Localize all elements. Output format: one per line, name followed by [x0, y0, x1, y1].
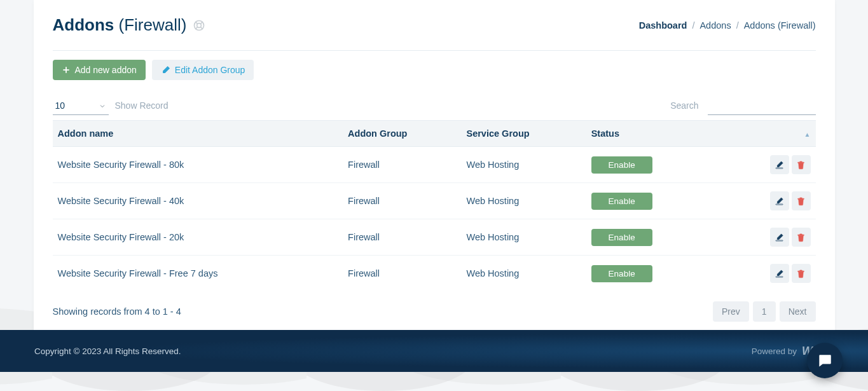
svg-rect-13: [798, 198, 804, 199]
edit-icon: [775, 196, 784, 206]
edit-icon: [775, 233, 784, 242]
cell-actions: [708, 183, 816, 219]
row-edit-button[interactable]: [770, 264, 789, 283]
chat-icon: [816, 352, 833, 369]
per-page-select[interactable]: 10: [53, 97, 109, 115]
chat-fab[interactable]: [807, 343, 843, 378]
breadcrumb-addons[interactable]: Addons: [699, 20, 731, 31]
svg-rect-14: [776, 240, 783, 240]
breadcrumb-separator: /: [692, 20, 694, 31]
main-card: Addons (Firewall) Dashboard / Addons / A…: [34, 0, 835, 341]
status-enable-button[interactable]: Enable: [591, 156, 652, 174]
table-row: Website Security Firewall - 40kFirewallW…: [53, 183, 816, 219]
table-controls: 10 Show Record Search: [53, 97, 816, 115]
pager-prev[interactable]: Prev: [713, 301, 749, 322]
cell-service-group: Web Hosting: [461, 147, 586, 183]
svg-rect-16: [798, 235, 804, 235]
col-addon-group[interactable]: Addon Group: [343, 121, 461, 147]
cell-actions: [708, 147, 816, 183]
cell-addon-name: Website Security Firewall - 40k: [53, 183, 343, 219]
edit-icon: [775, 269, 784, 278]
cell-addon-name: Website Security Firewall - 80k: [53, 147, 343, 183]
breadcrumb-separator: /: [736, 20, 739, 31]
search-input[interactable]: [708, 97, 816, 115]
show-record: 10 Show Record: [53, 97, 169, 115]
trash-icon: [796, 269, 806, 278]
addons-table: Addon name Addon Group Service Group Sta…: [53, 120, 816, 291]
svg-rect-17: [776, 276, 783, 277]
svg-line-2: [196, 22, 198, 24]
cell-actions: [708, 256, 816, 292]
svg-rect-11: [776, 203, 783, 204]
svg-rect-8: [776, 167, 783, 168]
search: Search: [670, 97, 815, 115]
search-label: Search: [670, 100, 698, 111]
svg-line-4: [196, 27, 198, 29]
row-delete-button[interactable]: [792, 264, 811, 283]
edit-icon: [775, 160, 784, 170]
edit-icon: [161, 65, 170, 75]
life-ring-icon[interactable]: [193, 19, 205, 32]
pager-next[interactable]: Next: [780, 301, 816, 322]
cell-addon-name: Website Security Firewall - Free 7 days: [53, 256, 343, 292]
pager: Prev 1 Next: [713, 301, 816, 322]
add-new-addon-label: Add new addon: [75, 65, 137, 75]
svg-rect-19: [798, 271, 804, 271]
row-edit-button[interactable]: [770, 191, 789, 210]
breadcrumb-dashboard[interactable]: Dashboard: [639, 20, 687, 31]
trash-icon: [796, 233, 806, 242]
page-title-thin: (Firewall): [119, 15, 187, 34]
cell-addon-group: Firewall: [343, 219, 461, 256]
table-row: Website Security Firewall - 80kFirewallW…: [53, 147, 816, 183]
cell-addon-group: Firewall: [343, 183, 461, 219]
cell-service-group: Web Hosting: [461, 256, 586, 292]
table-row: Website Security Firewall - 20kFirewallW…: [53, 219, 816, 256]
row-delete-button[interactable]: [792, 228, 811, 247]
page-title-strong: Addons: [53, 15, 114, 34]
cell-status: Enable: [586, 219, 708, 256]
page-header: Addons (Firewall) Dashboard / Addons / A…: [53, 15, 816, 35]
show-record-label: Show Record: [115, 100, 169, 111]
svg-point-1: [197, 23, 202, 27]
cell-addon-group: Firewall: [343, 256, 461, 292]
add-new-addon-button[interactable]: Add new addon: [53, 60, 146, 80]
cell-addon-group: Firewall: [343, 147, 461, 183]
footer-copyright: Copyright © 2023 All Rights Reserved.: [34, 346, 181, 356]
cell-addon-name: Website Security Firewall - 20k: [53, 219, 343, 256]
footer-powered-label: Powered by: [752, 346, 797, 356]
trash-icon: [796, 160, 806, 170]
sort-asc-icon: ▲: [804, 131, 811, 138]
status-enable-button[interactable]: Enable: [591, 265, 652, 282]
actions-row: Add new addon Edit Addon Group: [53, 50, 816, 80]
status-enable-button[interactable]: Enable: [591, 193, 652, 210]
row-delete-button[interactable]: [792, 155, 811, 174]
cell-service-group: Web Hosting: [461, 219, 586, 256]
table-footer: Showing records from 4 to 1 - 4 Prev 1 N…: [53, 301, 816, 322]
col-actions[interactable]: ▲: [708, 121, 816, 147]
table-row: Website Security Firewall - Free 7 daysF…: [53, 256, 816, 292]
plus-icon: [62, 65, 71, 74]
cell-actions: [708, 219, 816, 256]
cell-service-group: Web Hosting: [461, 183, 586, 219]
svg-line-3: [201, 22, 203, 24]
col-service-group[interactable]: Service Group: [461, 121, 586, 147]
svg-line-5: [201, 27, 203, 29]
records-info: Showing records from 4 to 1 - 4: [53, 306, 181, 317]
trash-icon: [796, 196, 806, 206]
row-delete-button[interactable]: [792, 191, 811, 210]
page-title: Addons (Firewall): [53, 15, 206, 35]
edit-addon-group-button[interactable]: Edit Addon Group: [152, 60, 254, 80]
cell-status: Enable: [586, 256, 708, 292]
col-status[interactable]: Status: [586, 121, 708, 147]
status-enable-button[interactable]: Enable: [591, 229, 652, 246]
svg-rect-10: [798, 162, 804, 163]
table-header-row: Addon name Addon Group Service Group Sta…: [53, 121, 816, 147]
edit-addon-group-label: Edit Addon Group: [175, 65, 245, 75]
cell-status: Enable: [586, 147, 708, 183]
cell-status: Enable: [586, 183, 708, 219]
row-edit-button[interactable]: [770, 228, 789, 247]
pager-page-1[interactable]: 1: [753, 301, 776, 322]
col-addon-name[interactable]: Addon name: [53, 121, 343, 147]
breadcrumb: Dashboard / Addons / Addons (Firewall): [639, 20, 816, 31]
row-edit-button[interactable]: [770, 155, 789, 174]
